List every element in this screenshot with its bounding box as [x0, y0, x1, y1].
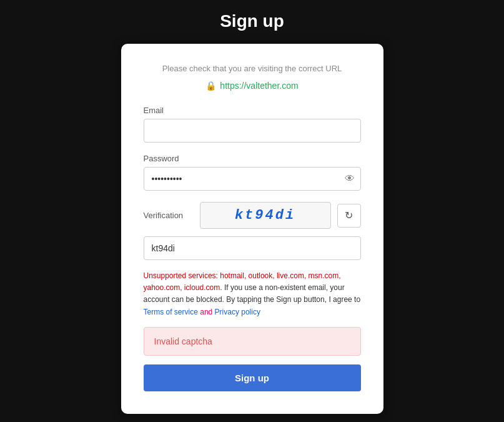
refresh-icon: ↻: [345, 209, 353, 221]
email-input[interactable]: [144, 119, 361, 143]
password-wrapper: 👁: [144, 167, 361, 191]
password-field-group: Password 👁: [144, 154, 361, 191]
url-line: 🔒 https://valtether.com: [144, 81, 361, 91]
password-input[interactable]: [144, 167, 361, 191]
privacy-policy-link[interactable]: Privacy policy: [215, 308, 260, 316]
email-field-group: Email: [144, 106, 361, 143]
captcha-image-box: kt94di: [200, 202, 331, 229]
captcha-code: kt94di: [235, 208, 295, 223]
verification-row: Verification kt94di ↻: [144, 202, 361, 229]
url-display: https://valtether.com: [220, 81, 298, 91]
error-message: Invalid captcha: [144, 327, 361, 356]
url-notice: Please check that you are visiting the c…: [144, 64, 361, 73]
toggle-password-icon[interactable]: 👁: [345, 173, 355, 184]
info-text: Unsupported services: hotmail, outlook, …: [144, 270, 361, 318]
captcha-input[interactable]: [144, 236, 361, 260]
refresh-captcha-button[interactable]: ↻: [337, 204, 361, 228]
email-label: Email: [144, 106, 361, 115]
signup-card: Please check that you are visiting the c…: [121, 44, 383, 414]
and-text: and: [200, 308, 212, 316]
signup-button[interactable]: Sign up: [144, 364, 361, 391]
verification-label: Verification: [144, 211, 194, 220]
page-title: Sign up: [220, 11, 284, 31]
password-label: Password: [144, 154, 361, 163]
lock-icon: 🔒: [205, 81, 216, 91]
terms-of-service-link[interactable]: Terms of service: [144, 308, 198, 316]
